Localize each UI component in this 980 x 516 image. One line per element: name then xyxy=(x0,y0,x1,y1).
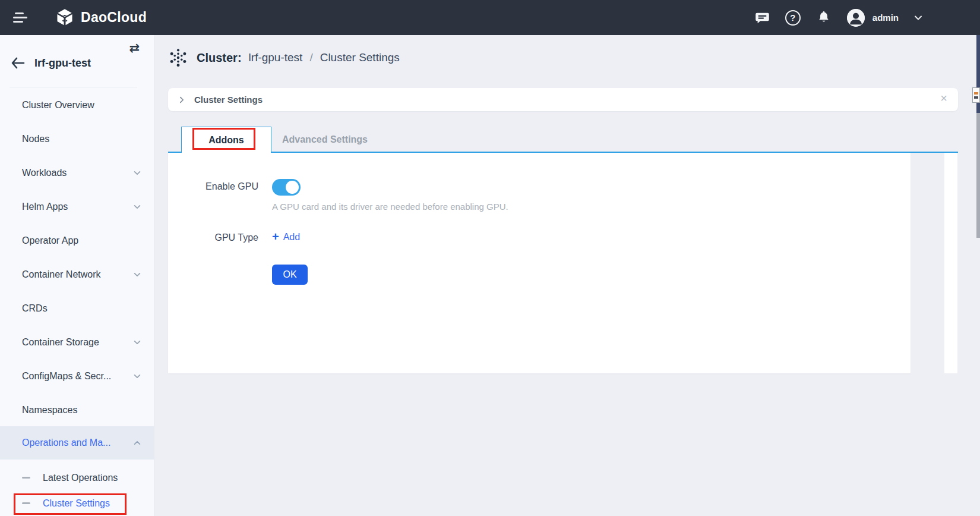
chevron-up-icon xyxy=(133,439,141,447)
chevron-down-icon xyxy=(133,203,141,211)
sidebar-item-container-network[interactable]: Container Network xyxy=(0,257,154,291)
help-glyph: ? xyxy=(790,12,795,23)
chevron-down-icon xyxy=(133,169,141,177)
sidebar-item-container-storage[interactable]: Container Storage xyxy=(0,325,154,359)
sidebar-subitem-label: Latest Operations xyxy=(43,473,118,483)
user-menu-chevron-down-icon[interactable] xyxy=(913,13,923,23)
plus-icon: + xyxy=(272,230,279,244)
sidebar-item-label: Operator App xyxy=(22,235,78,246)
top-bar: DaoCloud ? xyxy=(0,0,980,35)
sidebar-item-cluster-overview[interactable]: Cluster Overview xyxy=(0,88,154,122)
notifications-bell-icon[interactable] xyxy=(815,10,832,26)
breadcrumb: Cluster: lrf-gpu-test / Cluster Settings xyxy=(168,45,400,71)
sidebar-item-operator-app[interactable]: Operator App xyxy=(0,224,154,257)
sidebar-item-nodes[interactable]: Nodes xyxy=(0,122,154,156)
cluster-dots-icon xyxy=(168,48,188,68)
chevron-down-icon xyxy=(133,372,141,380)
subitem-dash-icon xyxy=(22,502,30,504)
edge-floating-widget[interactable] xyxy=(972,87,980,103)
chevron-down-icon xyxy=(133,338,141,347)
sidebar-item-configmaps-secrets[interactable]: ConfigMaps & Secr... xyxy=(0,359,154,393)
sidebar-item-label: ConfigMaps & Secr... xyxy=(22,371,111,382)
brand-logo[interactable]: DaoCloud xyxy=(55,8,147,28)
sidebar-item-label: Nodes xyxy=(22,134,49,144)
collapse-bar-title: Cluster Settings xyxy=(194,95,263,105)
sidebar-item-operations-and-maintenance[interactable]: Operations and Ma... xyxy=(0,426,154,460)
add-link-label: Add xyxy=(283,232,300,243)
sidebar-item-crds[interactable]: CRDs xyxy=(0,291,154,325)
back-arrow-icon[interactable] xyxy=(11,57,25,69)
chevron-down-icon xyxy=(133,270,141,279)
widget-glyph xyxy=(974,96,978,99)
subitem-dash-icon xyxy=(22,477,30,479)
tab-advanced-settings[interactable]: Advanced Settings xyxy=(280,127,369,153)
sidebar-item-label: CRDs xyxy=(22,303,48,314)
sidebar-item-label: Container Storage xyxy=(22,337,99,348)
tab-label: Advanced Settings xyxy=(282,134,368,145)
cluster-name-title: lrf-gpu-test xyxy=(34,57,91,70)
addons-panel: Enable GPU A GPU card and its driver are… xyxy=(168,153,911,373)
close-icon[interactable]: × xyxy=(940,92,947,104)
top-bar-right: ? admin xyxy=(754,9,923,27)
sidebar-nav: Cluster Overview Nodes Workloads Helm Ap… xyxy=(0,88,154,427)
username-label: admin xyxy=(872,12,899,23)
add-gpu-type-link[interactable]: + Add xyxy=(272,230,300,244)
widget-glyph xyxy=(974,92,978,95)
sidebar-subitem-latest-operations[interactable]: Latest Operations xyxy=(0,465,154,490)
brand-name: DaoCloud xyxy=(81,10,147,26)
chevron-right-icon xyxy=(178,96,186,104)
gpu-type-label: GPU Type xyxy=(168,232,258,243)
main-content: Cluster: lrf-gpu-test / Cluster Settings… xyxy=(154,35,980,516)
sidebar-item-workloads[interactable]: Workloads xyxy=(0,156,154,190)
menu-toggle-icon[interactable] xyxy=(13,10,29,25)
sidebar-item-label: Cluster Overview xyxy=(22,100,94,111)
tab-label: Addons xyxy=(208,135,244,146)
enable-gpu-toggle[interactable] xyxy=(272,179,301,196)
switch-cluster-icon[interactable]: ⇄ xyxy=(129,41,140,55)
sidebar-subitem-cluster-settings[interactable]: Cluster Settings xyxy=(0,490,154,516)
cluster-sidebar: lrf-gpu-test ⇄ Cluster Overview Nodes Wo… xyxy=(0,35,154,516)
cluster-settings-collapse-bar[interactable]: Cluster Settings × xyxy=(168,88,958,111)
ok-button[interactable]: OK xyxy=(272,265,308,285)
sidebar-subitem-label: Cluster Settings xyxy=(43,498,110,509)
scrollbar-thumb[interactable] xyxy=(976,113,980,238)
help-icon[interactable]: ? xyxy=(785,10,801,26)
sidebar-item-label: Operations and Ma... xyxy=(22,438,110,448)
breadcrumb-prefix: Cluster: xyxy=(197,51,242,65)
sidebar-item-namespaces[interactable]: Namespaces xyxy=(0,393,154,427)
enable-gpu-help-text: A GPU card and its driver are needed bef… xyxy=(272,202,508,212)
daocloud-app: DaoCloud ? xyxy=(0,0,980,516)
sidebar-item-label: Container Network xyxy=(22,269,101,280)
messages-icon[interactable] xyxy=(754,10,770,26)
breadcrumb-separator: / xyxy=(309,51,312,64)
top-bar-left: DaoCloud xyxy=(0,8,147,28)
sidebar-item-helm-apps[interactable]: Helm Apps xyxy=(0,190,154,224)
user-avatar[interactable] xyxy=(847,9,865,27)
breadcrumb-cluster-name[interactable]: lrf-gpu-test xyxy=(249,51,303,64)
sidebar-divider xyxy=(10,87,137,87)
sidebar-item-label: Helm Apps xyxy=(22,202,68,212)
tab-addons[interactable]: Addons xyxy=(181,127,271,153)
sidebar-item-label: Namespaces xyxy=(22,405,77,416)
toggle-knob xyxy=(286,181,299,194)
breadcrumb-current-page: Cluster Settings xyxy=(320,51,400,64)
ok-button-label: OK xyxy=(283,269,296,280)
enable-gpu-label: Enable GPU xyxy=(168,181,258,192)
sidebar-item-label: Workloads xyxy=(22,168,67,178)
daocloud-cube-icon xyxy=(55,8,75,28)
right-edge-panel xyxy=(944,153,957,373)
